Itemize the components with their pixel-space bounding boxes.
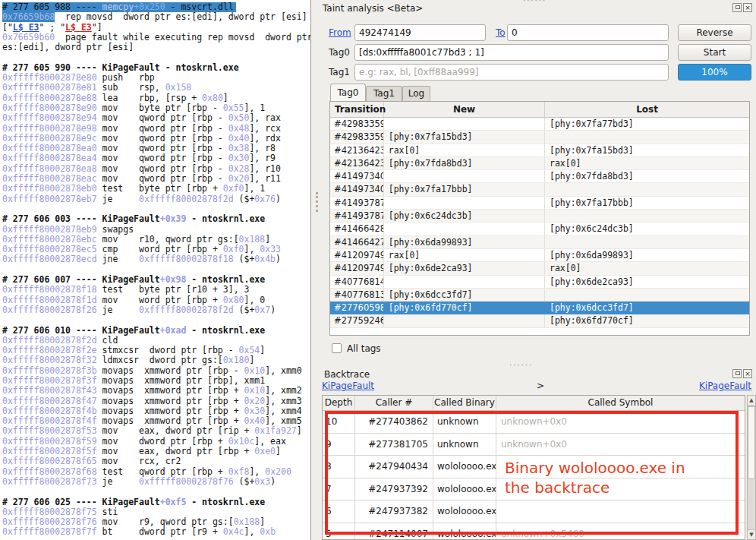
taint-table-row[interactable]: #421364236[phy:0x7fda8bd3]rax[0]	[330, 157, 749, 170]
asm-line[interactable]: 0xfffff80002878f4b movaps xmmword ptr [r…	[2, 406, 310, 416]
backtrace-left-link[interactable]: KiPageFault	[322, 381, 374, 391]
asm-line[interactable]: 0xfffff80002878f2e stmxcsr dword ptr [rb…	[2, 346, 310, 355]
asm-line[interactable]: 0xfffff80002878f73 je 0xfffff80002878f76…	[2, 477, 310, 487]
tab-tag1[interactable]: Tag1	[366, 86, 402, 101]
tab-tag0[interactable]: Tag0	[330, 84, 366, 101]
asm-line[interactable]: # 277 606 010 ---- KiPageFault+0xad - nt…	[2, 326, 310, 336]
taint-table-row[interactable]: #414937874[phy:0x7fa17bbb]	[330, 197, 749, 210]
asm-line[interactable]: 0xfffff80002878ebc mov r10, qword ptr gs…	[2, 235, 310, 245]
asm-line[interactable]: 0xfffff80002878f75 sti	[2, 507, 310, 517]
asm-line[interactable]: 0xfffff80002878eb0 test byte ptr [rbp + …	[2, 184, 310, 194]
column-caller[interactable]: Caller #	[355, 396, 433, 410]
asm-line[interactable]: 0xfffff80002878f68 test qword ptr [rbp +…	[2, 467, 310, 477]
pane-splitter-handle[interactable]: ······	[523, 0, 547, 3]
asm-line[interactable]: 0xfffff80002878e94 mov qword ptr [rbp - …	[2, 113, 310, 123]
close-icon[interactable]: ×	[743, 369, 752, 378]
column-new[interactable]: New	[384, 102, 545, 117]
asm-line[interactable]: 0xfffff80002878f4f movaps xmmword ptr [r…	[2, 416, 310, 426]
taint-table-row[interactable]: #407768141[phy:0x6de2ca93]	[330, 276, 749, 289]
to-link[interactable]: To	[496, 27, 506, 38]
asm-line[interactable]: 0xfffff80002878ecd jne 0xfffff80002878f1…	[2, 254, 310, 264]
backtrace-right-link[interactable]: KiPageFault	[699, 381, 751, 391]
taint-table-row[interactable]: #277605988[phy:0x6fd770cf][phy:0x6dcc3fd…	[330, 302, 749, 314]
taint-table-row[interactable]: #429833597[phy:0x7fa77bd3]	[330, 118, 749, 131]
all-tags-checkbox[interactable]	[332, 343, 342, 353]
close-icon[interactable]: ×	[743, 3, 752, 12]
asm-line[interactable]	[2, 52, 310, 62]
asm-line[interactable]: 0xfffff80002878f2d cld	[2, 336, 310, 346]
asm-line[interactable]: 0xfffff80002878f3f movaps xmmword ptr [r…	[2, 376, 310, 386]
taint-table-row[interactable]: #414664279[phy:0x6da99893]	[330, 236, 749, 249]
from-link[interactable]: From	[329, 27, 351, 38]
from-input[interactable]	[354, 24, 486, 41]
asm-line[interactable]: 0xfffff80002878f53 mov eax, dword ptr [r…	[2, 426, 310, 436]
to-input[interactable]	[507, 24, 669, 41]
asm-line[interactable]: 0xfffff80002878ec5 cmp word ptr [rbp + 0…	[2, 245, 310, 254]
reverse-button[interactable]: Reverse	[678, 24, 751, 41]
asm-line[interactable]	[2, 315, 310, 325]
taint-table-row[interactable]: #414664282[phy:0x6c24dc3b]	[330, 223, 749, 235]
vertical-splitter-handle[interactable]	[316, 192, 318, 212]
asm-line[interactable]	[2, 204, 310, 214]
asm-line[interactable]	[2, 487, 310, 497]
detach-icon[interactable]	[732, 369, 742, 378]
column-depth[interactable]: Depth	[323, 396, 355, 410]
asm-line[interactable]: es:[edi], dword ptr [esi]	[2, 43, 310, 52]
asm-line[interactable]: 0xfffff80002878eb9 swapgs	[2, 225, 310, 235]
backtrace-row[interactable]: 5#247114007wololoooo.exeunknown+0x5460	[323, 523, 745, 540]
asm-line[interactable]: 0x76659b68 rep movsd dword ptr es:[edi],…	[2, 12, 310, 22]
taint-table-row[interactable]: #421364237rax[0][phy:0x7fa15bd3]	[330, 144, 749, 157]
asm-line[interactable]: 0xfffff80002878f7f bt dword ptr [r9 + 0x…	[2, 527, 310, 537]
start-button[interactable]: Start	[678, 44, 751, 61]
asm-line[interactable]: 0xfffff80002878f59 mov dword ptr [rbp + …	[2, 437, 310, 447]
asm-line[interactable]: # 277 605 988 ---- memcpy+0x250 - msvcrt…	[2, 2, 236, 12]
asm-line[interactable]: 0xfffff80002878f26 je 0xfffff80002878f2d…	[2, 305, 310, 315]
tag1-input[interactable]	[354, 64, 669, 81]
taint-table-row[interactable]: #414973407[phy:0x7fa17bbb]	[330, 183, 749, 196]
asm-line[interactable]: 0xfffff80002878f32 ldmxcsr dword ptr gs:…	[2, 355, 310, 365]
taint-table[interactable]: Transition New Lost #429833597[phy:0x7fa…	[329, 101, 750, 336]
asm-line[interactable]: 0xfffff80002878f43 movaps xmmword ptr [r…	[2, 386, 310, 396]
backtrace-row[interactable]: 10#277403862unknownunknown+0x0	[323, 411, 745, 434]
asm-line[interactable]	[2, 265, 310, 275]
scroll-down-icon[interactable]: ▼	[748, 529, 755, 539]
tab-log[interactable]: Log	[402, 86, 430, 101]
backtrace-row[interactable]: 6#247937382wololoooo.exe	[323, 501, 745, 523]
backtrace-scrollbar[interactable]: ▲ ▼	[747, 395, 756, 540]
asm-line[interactable]: ["L$ E3" ; "L$ E3"]	[2, 23, 310, 33]
asm-line[interactable]: # 277 606 003 ---- KiPageFault+0x39 - nt…	[2, 214, 310, 224]
asm-line[interactable]: 0xfffff80002878f65 mov rcx, cr2	[2, 456, 310, 466]
column-lost[interactable]: Lost	[545, 102, 749, 117]
asm-line[interactable]: 0xfffff80002878ea0 mov qword ptr [rbp - …	[2, 144, 310, 153]
asm-line[interactable]: 0xfffff80002878eac mov qword ptr [rbp - …	[2, 174, 310, 184]
asm-line[interactable]: 0xfffff80002878ea4 mov qword ptr [rbp - …	[2, 153, 310, 163]
backtrace-row[interactable]: 9#277381705unknownunknown+0x0	[323, 434, 745, 456]
tag0-input[interactable]	[354, 44, 669, 61]
taint-table-row[interactable]: #414973409[phy:0x7fda8bd3]	[330, 170, 749, 183]
taint-table-row[interactable]: #414937871[phy:0x6c24dc3b]	[330, 210, 749, 223]
asm-line[interactable]: 0x76659b60 page fault while executing re…	[2, 33, 310, 43]
asm-line[interactable]: 0xfffff80002878f47 movaps xmmword ptr [r…	[2, 396, 310, 406]
asm-line[interactable]: 0xfffff80002878ea8 mov qword ptr [rbp - …	[2, 164, 310, 174]
asm-line[interactable]: 0xfffff80002878e80 push rbp	[2, 73, 310, 83]
column-transition[interactable]: Transition	[330, 102, 384, 117]
taint-table-row[interactable]: #429833594[phy:0x7fa15bd3]	[330, 131, 749, 144]
asm-line[interactable]: # 277 606 025 ---- KiPageFault+0xf5 - nt…	[2, 497, 310, 507]
asm-line[interactable]: # 277 605 990 ---- KiPageFault - ntoskrn…	[2, 63, 310, 73]
asm-line[interactable]: 0xfffff80002878e98 mov qword ptr [rbp - …	[2, 124, 310, 134]
column-called-symbol[interactable]: Called Symbol	[496, 396, 745, 410]
asm-line[interactable]: # 277 606 007 ---- KiPageFault+0x98 - nt…	[2, 275, 310, 285]
asm-line[interactable]: 0xfffff80002878e88 lea rbp, [rsp + 0x80]	[2, 93, 310, 103]
taint-table-row[interactable]: #412097491rax[0][phy:0x6da99893]	[330, 249, 749, 262]
scrollbar-thumb[interactable]	[748, 406, 755, 479]
taint-table-row[interactable]: #407768139[phy:0x6dcc3fd7]	[330, 289, 749, 302]
asm-line[interactable]: 0xfffff80002878f5f mov eax, dword ptr [r…	[2, 447, 310, 456]
asm-line[interactable]: 0xfffff80002878f18 test byte ptr [r10 + …	[2, 285, 310, 295]
taint-table-row[interactable]: #277592469[phy:0x6fd770cf]	[330, 314, 749, 327]
disassembly-panel[interactable]: # 277 605 988 ---- memcpy+0x250 - msvcrt…	[0, 0, 311, 540]
scroll-up-icon[interactable]: ▲	[748, 396, 755, 406]
column-called-binary[interactable]: Called Binary	[433, 396, 496, 410]
asm-line[interactable]: 0xfffff80002878f1d mov word ptr [rbp + 0…	[2, 295, 310, 305]
backtrace-splitter-handle[interactable]: ······	[509, 363, 533, 368]
asm-line[interactable]: 0xfffff80002878eb7 je 0xfffff80002878f2d…	[2, 194, 310, 204]
